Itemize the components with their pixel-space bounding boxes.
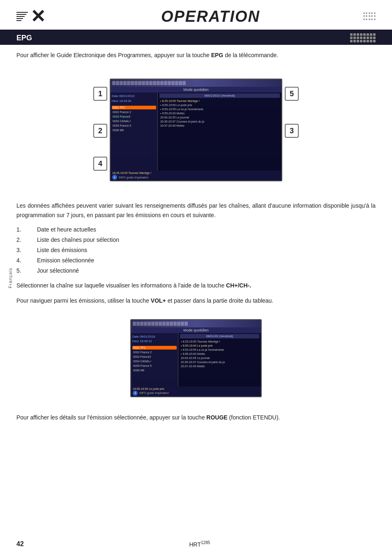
epg-body: Date 08/01/2010 Heur 18:43:34 0031 TF1 0… [111,93,281,178]
epg-channel-4: 0035 France 5 [112,124,156,127]
list-text-2: Liste des chaînes pour sélection [37,236,119,244]
logo-x-icon: ✕ [30,7,46,25]
ch-key-label: CH+/CH-. [226,282,251,289]
epg2-prog-3: • 9:85-20:00 Metéo [180,352,259,356]
epg-channel-3: 0034 CANAL+ [112,119,156,123]
epg-date: Date 08/01/2010 [112,94,156,98]
epg2-prog-6: 20:37-20:40 Metéo [180,364,259,368]
epg-channel-2: 0033 France3 [112,115,156,118]
list-text-3: Liste des émissions [37,246,87,255]
nav-text-2: Pour naviguer parmi les émissions, utili… [16,297,149,304]
callout-5: 5 [285,87,299,101]
main-content: Pour afficher le Guide Electronique des … [0,45,392,422]
logo: ✕ [16,7,46,25]
screenshot-1-container: 1 2 3 4 5 [16,66,376,194]
final-text-2: (fonction ETENDU). [229,414,280,421]
list-text-4: Emission sélectionnée [37,256,94,265]
epg-programs-list: • 8:25-19:05 Tournez Manège ! • 9:05-19:… [159,99,280,127]
epg-channel-5: 0036 M6 [112,128,156,132]
epg-channels-list: 0031 TF1 0032 France 2 0033 France3 0034… [112,106,156,132]
epg-prog-2: • 9:50-19:55 La où je l'emmènerai [159,107,280,111]
epg-info-icon: i [112,175,117,180]
list-item-3: 3. Liste des émissions [16,246,376,255]
list-num-2: 2. [16,236,37,244]
epg-right-date-2: 08/01/20 (Vendredi) [180,334,259,338]
epg-ch2-0: 0031 TF1 [132,346,177,350]
epg-channels-list-2: 0031 TF1 0032 France 2 0033 France3 0034… [132,346,177,372]
intro-text-3: de la télécommande. [225,52,278,58]
feature-list: 1. Date et heure actuelles 2. Liste des … [16,225,376,275]
description-paragraph: Les données affichées peuvent varier sui… [16,201,376,220]
epg-bottom-bar: 18:25-19:05 Tournez Manège ! i INFO guid… [111,171,281,181]
epg-body-2: Date 08/01/2018 Heur 18:48:12 0031 TF1 0… [131,333,261,394]
epg-info-icon-2: i [133,391,138,396]
rouge-key-label: ROUGE [206,414,227,421]
page-footer: 42 HRT1285 [0,540,392,548]
epg-ch2-3: 0034 CANAL+ [132,359,177,363]
epg-screen-2: Mode quotidien Date 08/01/2018 Heur 18:4… [130,319,262,397]
epg2-selected-program: 19:05-19:50 Le juste prix [133,387,259,390]
callout-4: 4 [93,157,107,171]
epg2-prog-0: • 8:25-19:05 Tournez Manège ! [180,340,259,343]
nav-text-1: Sélectionner la chaîne sur laquelle visu… [16,282,224,289]
epg-dots-icon [350,33,376,42]
epg-programs-list-2: • 8:25-19:05 Tournez Manège ! • 9:05-19:… [180,340,259,368]
nav-paragraph-2: Pour naviguer parmi les émissions, utili… [16,296,376,305]
side-language-label: Français [8,268,13,288]
nav-paragraph-1: Sélectionner la chaîne sur laquelle visu… [16,281,376,290]
epg-right-panel: 08/01/2010 (Vendredi) • 8:25-19:05 Tourn… [158,93,281,178]
top-bar-squares-2 [133,322,188,326]
intro-text-1: Pour afficher le Guide Electronique des … [16,52,210,58]
screenshot-2-container: Mode quotidien Date 08/01/2018 Heur 18:4… [16,311,376,405]
epg-heure: Heur 18:43:34 [112,99,156,103]
epg2-prog-5: 20:35-20:37 Courses et paris du jo [180,360,259,364]
model-name: HRT1285 [24,540,376,548]
epg-prog-6: 20:37-20:40 Metéo [159,124,280,127]
list-item-1: 1. Date et heure actuelles [16,225,376,234]
epg-channel-0: 0031 TF1 [112,106,156,109]
list-num-3: 3. [16,246,37,255]
epg-ch2-2: 0033 France3 [132,355,177,359]
vol-key-label: VOL+ [151,297,166,304]
epg-date-2: Date 08/01/2018 [132,334,177,339]
epg-channel-1: 0032 France 2 [112,110,156,114]
epg-selected-program: 18:25-19:05 Tournez Manège ! [112,171,280,174]
screenshot-1-wrapper: 1 2 3 4 5 [81,66,311,194]
epg-info-text-2: INFO guide d'opération [139,392,169,394]
epg-screen-1: Mode quotidien Date 08/01/2010 Heur 18:4… [110,79,282,181]
final-paragraph: Pour afficher les détails sur l'émission… [16,413,376,422]
intro-paragraph: Pour afficher le Guide Electronique des … [16,51,376,60]
dots-decoration [363,12,376,21]
page-header: ✕ OPERATION [0,0,392,30]
epg-info-text: INFO guide d'opération [119,176,148,179]
list-num-1: 1. [16,225,37,234]
list-item-5: 5. Jour sélectionné [16,266,376,275]
epg-ch2-1: 0032 France 2 [132,350,177,354]
epg-section-header: EPG [0,31,392,45]
callout-2: 2 [93,124,107,138]
epg-info-bar-2: i INFO guide d'opération [133,391,259,396]
screenshot-2-wrapper: Mode quotidien Date 08/01/2018 Heur 18:4… [110,311,282,405]
epg-prog-3: • 9:55-20:00 Metéo [159,111,280,115]
epg-left-panel-2: Date 08/01/2018 Heur 18:48:12 0031 TF1 0… [131,333,178,394]
epg-date-time-2: Date 08/01/2018 Heur 18:48:12 [132,334,177,344]
epg-mode-label-2: Mode quotidien [131,327,261,333]
epg-key-label: EPG [211,52,224,58]
epg-top-bar-2 [131,320,261,327]
epg2-prog-1: • 9:05-19:40 Le juste prix [180,344,259,348]
callout-3: 3 [285,124,299,138]
epg-title: EPG [16,34,32,42]
epg-ch2-5: 0036 M6 [132,368,177,372]
epg-info-bar: i INFO guide d'opération [112,175,280,180]
epg-ch2-4: 0035 France 5 [132,364,177,368]
list-item-2: 2. Liste des chaînes pour sélection [16,236,376,244]
logo-lines [16,12,28,21]
epg-prog-1: • 9:05-19:50 Le juste prix [159,103,280,107]
epg2-prog-4: 20:03-20:35 Le journal [180,356,259,360]
epg-bottom-bar-2: 19:05-19:50 Le juste prix i INFO guide d… [131,387,261,396]
epg-prog-4: 20:00-20:35 Le journal [159,116,280,119]
page-number: 42 [16,540,24,548]
list-text-5: Jour sélectionné [37,266,79,275]
epg-prog-0: • 8:25-19:05 Tournez Manège ! [159,99,280,103]
callout-1: 1 [93,87,107,101]
